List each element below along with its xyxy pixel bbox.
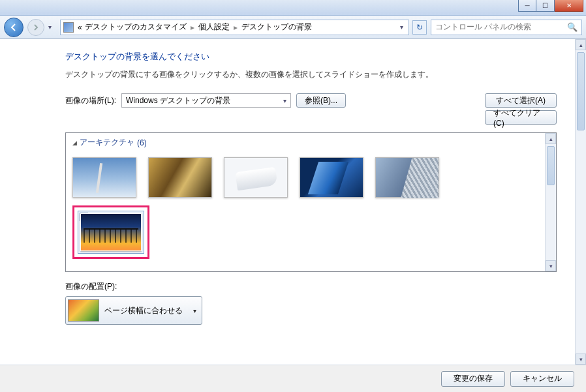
breadcrumb-item[interactable]: デスクトップの背景 bbox=[241, 22, 312, 33]
position-preview-icon bbox=[68, 299, 99, 322]
breadcrumb-prefix: « bbox=[78, 23, 82, 32]
forward-button[interactable] bbox=[27, 19, 44, 36]
nav-history-dropdown[interactable]: ▾ bbox=[48, 23, 56, 31]
scrollbar-thumb[interactable] bbox=[577, 52, 585, 130]
highlighted-selection: ✓ bbox=[72, 205, 149, 259]
position-select[interactable]: ページ横幅に合わせる ▾ bbox=[65, 296, 202, 325]
scrollbar-thumb[interactable] bbox=[547, 146, 555, 185]
search-placeholder: コントロール パネルの検索 bbox=[435, 22, 531, 33]
wallpaper-thumbnail[interactable] bbox=[224, 157, 288, 198]
minimize-button[interactable]: ─ bbox=[518, 0, 536, 12]
location-value: Windows デスクトップの背景 bbox=[126, 95, 230, 106]
wallpaper-preview-icon bbox=[80, 213, 142, 251]
wallpaper-thumbnail-selected[interactable]: ✓ bbox=[78, 211, 144, 254]
close-button[interactable]: ✕ bbox=[555, 0, 583, 12]
search-input[interactable]: コントロール パネルの検索 🔍 bbox=[431, 20, 582, 35]
scroll-down-button[interactable]: ▾ bbox=[576, 354, 586, 365]
wallpaper-thumbnail[interactable] bbox=[72, 157, 136, 198]
location-label: 画像の場所(L): bbox=[65, 95, 116, 106]
collapse-triangle-icon: ◢ bbox=[72, 140, 77, 146]
window-titlebar: ─ ☐ ✕ bbox=[0, 0, 586, 16]
arrow-right-icon bbox=[32, 23, 40, 31]
maximize-button[interactable]: ☐ bbox=[536, 0, 555, 12]
save-button[interactable]: 変更の保存 bbox=[441, 371, 505, 387]
position-value: ページ横幅に合わせる bbox=[104, 305, 183, 316]
select-all-button[interactable]: すべて選択(A) bbox=[485, 93, 557, 108]
address-bar[interactable]: « デスクトップのカスタマイズ ▸ 個人設定 ▸ デスクトップの背景 ▾ bbox=[60, 20, 409, 35]
control-panel-icon bbox=[63, 22, 74, 33]
chevron-down-icon: ▾ bbox=[193, 307, 196, 314]
wallpaper-thumbnail[interactable] bbox=[300, 157, 363, 198]
address-dropdown[interactable]: ▾ bbox=[397, 23, 406, 31]
gallery-scrollbar[interactable]: ▴ ▾ bbox=[545, 133, 556, 271]
navigation-bar: ▾ « デスクトップのカスタマイズ ▸ 個人設定 ▸ デスクトップの背景 ▾ ↻… bbox=[0, 16, 586, 39]
window-scrollbar[interactable]: ▴ ▾ bbox=[575, 39, 586, 365]
content-pane: デスクトップの背景を選んでください デスクトップの背景にする画像をクリックするか… bbox=[0, 39, 575, 365]
page-description: デスクトップの背景にする画像をクリックするか、複数の画像を選択してスライドショー… bbox=[65, 69, 557, 80]
position-label: 画像の配置(P): bbox=[65, 281, 557, 292]
back-button[interactable] bbox=[4, 18, 23, 37]
clear-all-button[interactable]: すべてクリア(C) bbox=[485, 110, 557, 125]
scroll-up-button[interactable]: ▴ bbox=[546, 133, 556, 144]
group-header[interactable]: ◢ アーキテクチャ (6) bbox=[72, 137, 538, 148]
search-icon: 🔍 bbox=[567, 22, 578, 32]
browse-button[interactable]: 参照(B)... bbox=[296, 93, 346, 108]
wallpaper-gallery: ◢ アーキテクチャ (6) ✓ bbox=[65, 132, 557, 272]
page-title: デスクトップの背景を選んでください bbox=[65, 51, 557, 63]
breadcrumb-item[interactable]: デスクトップのカスタマイズ bbox=[85, 22, 187, 33]
scroll-down-button[interactable]: ▾ bbox=[546, 260, 556, 271]
footer-bar: 変更の保存 キャンセル bbox=[0, 365, 586, 392]
location-select[interactable]: Windows デスクトップの背景 ▾ bbox=[121, 93, 291, 108]
chevron-down-icon: ▾ bbox=[283, 97, 286, 104]
wallpaper-thumbnail[interactable] bbox=[375, 157, 439, 198]
scroll-up-button[interactable]: ▴ bbox=[576, 39, 586, 50]
breadcrumb-item[interactable]: 個人設定 bbox=[198, 22, 230, 33]
group-count: (6) bbox=[137, 138, 147, 147]
group-name: アーキテクチャ bbox=[80, 137, 134, 148]
cancel-button[interactable]: キャンセル bbox=[510, 371, 574, 387]
wallpaper-thumbnail[interactable] bbox=[148, 157, 212, 198]
chevron-right-icon: ▸ bbox=[234, 23, 238, 32]
arrow-left-icon bbox=[9, 23, 18, 32]
chevron-right-icon: ▸ bbox=[191, 23, 194, 32]
refresh-button[interactable]: ↻ bbox=[412, 20, 427, 35]
